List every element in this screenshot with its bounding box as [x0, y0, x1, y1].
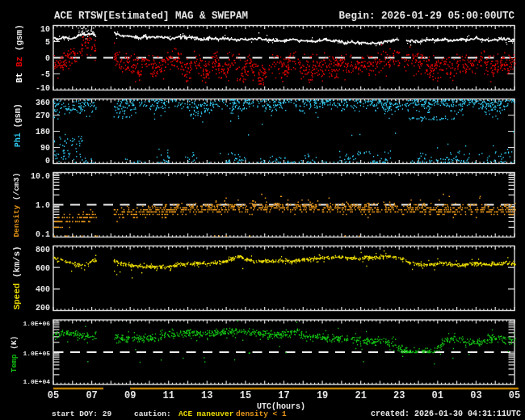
svg-text:1.0E+04: 1.0E+04 — [23, 378, 50, 385]
svg-text:density < 1: density < 1 — [236, 410, 287, 418]
svg-text:10.0: 10.0 — [31, 172, 50, 181]
svg-text:start DOY: 29: start DOY: 29 — [52, 410, 111, 418]
svg-text:17: 17 — [278, 390, 289, 401]
svg-text:23: 23 — [393, 390, 405, 401]
svg-text:05: 05 — [48, 390, 59, 401]
svg-text:15: 15 — [240, 390, 251, 401]
svg-text:19: 19 — [317, 390, 328, 401]
svg-text:ACE RTSW[Estimated] MAG & SWEP: ACE RTSW[Estimated] MAG & SWEPAM — [54, 10, 248, 22]
svg-text:1.0E+06: 1.0E+06 — [23, 320, 50, 327]
svg-text:10: 10 — [40, 25, 50, 34]
svg-text:Begin: 2026-01-29 05:00:00UTC: Begin: 2026-01-29 05:00:00UTC — [338, 10, 514, 22]
svg-text:0: 0 — [45, 157, 50, 166]
svg-text:200: 200 — [36, 304, 50, 313]
svg-text:01: 01 — [432, 390, 443, 401]
svg-text:-10: -10 — [36, 84, 50, 93]
svg-text:600: 600 — [36, 264, 50, 273]
svg-text:21: 21 — [355, 390, 366, 401]
svg-text:Bt Bz (gsm): Bt Bz (gsm) — [15, 24, 24, 83]
svg-text:caution:: caution: — [134, 410, 171, 418]
svg-text:created: 2026-01-30 04:31:11UT: created: 2026-01-30 04:31:11UTC — [371, 410, 521, 418]
svg-text:11: 11 — [163, 390, 174, 401]
svg-text:800: 800 — [36, 246, 50, 254]
svg-text:Phi (gsm): Phi (gsm) — [14, 103, 23, 147]
svg-text:270: 270 — [36, 111, 50, 120]
svg-text:0: 0 — [45, 54, 50, 63]
svg-text:Speed (km/s): Speed (km/s) — [12, 246, 22, 309]
svg-text:05: 05 — [509, 390, 520, 401]
svg-text:09: 09 — [124, 390, 136, 401]
svg-text:Temp (K): Temp (K) — [10, 336, 19, 373]
svg-text:-5: -5 — [40, 70, 50, 79]
svg-text:13: 13 — [201, 390, 212, 401]
svg-text:400: 400 — [36, 285, 50, 294]
svg-text:1.0E+05: 1.0E+05 — [23, 350, 50, 357]
svg-text:180: 180 — [36, 128, 50, 136]
svg-text:Density (/cm3): Density (/cm3) — [12, 173, 21, 237]
svg-text:360: 360 — [36, 99, 50, 107]
svg-text:5: 5 — [45, 38, 50, 47]
svg-text:0.1: 0.1 — [36, 230, 50, 239]
svg-text:90: 90 — [40, 144, 50, 153]
svg-text:07: 07 — [86, 390, 97, 401]
svg-text:03: 03 — [470, 390, 481, 401]
svg-text:1.0: 1.0 — [36, 201, 50, 210]
svg-text:ACE maneuver: ACE maneuver — [178, 410, 234, 418]
